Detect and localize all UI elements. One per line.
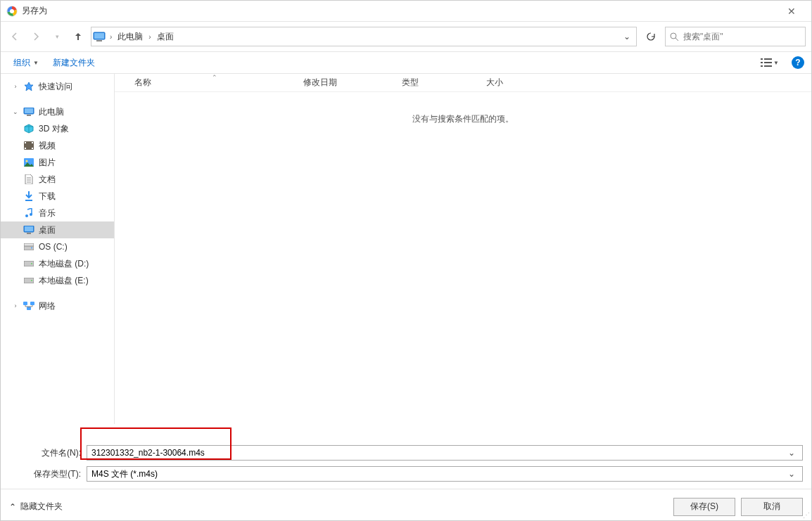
drive-icon: [23, 275, 34, 286]
sidebar-item-label: 此电脑: [39, 106, 64, 118]
recent-dropdown[interactable]: ▾: [49, 28, 65, 45]
cancel-button[interactable]: 取消: [741, 498, 803, 516]
drive-icon: [23, 258, 34, 269]
view-options[interactable]: ▼: [758, 55, 782, 70]
sidebar-item-documents[interactable]: 文档: [1, 171, 114, 188]
svg-rect-15: [27, 115, 31, 116]
svg-point-36: [31, 263, 32, 264]
svg-point-28: [30, 213, 32, 216]
svg-point-22: [26, 160, 28, 162]
svg-rect-19: [32, 142, 33, 143]
document-icon: [23, 174, 34, 185]
breadcrumb-sep: ›: [108, 33, 113, 41]
sidebar-item-desktop[interactable]: 桌面: [1, 221, 114, 238]
sidebar-item-label: 文档: [39, 174, 56, 186]
svg-rect-39: [23, 302, 27, 305]
svg-point-27: [25, 214, 28, 217]
column-name[interactable]: 名称: [115, 77, 295, 89]
sidebar-item-label: 快速访问: [39, 81, 72, 93]
sidebar-item-downloads[interactable]: 下载: [1, 188, 114, 205]
svg-rect-9: [761, 62, 763, 63]
svg-rect-11: [761, 65, 763, 67]
expand-icon: ⌄: [12, 108, 19, 115]
sidebar-item-drive-d[interactable]: 本地磁盘 (D:): [1, 255, 114, 272]
save-button[interactable]: 保存(S): [673, 498, 735, 516]
svg-rect-4: [96, 40, 102, 41]
filename-input-wrap[interactable]: ⌄: [87, 445, 803, 461]
drive-icon: [23, 241, 34, 252]
svg-rect-12: [764, 65, 772, 67]
forward-button[interactable]: [27, 28, 44, 45]
sidebar-quick-access[interactable]: › 快速访问: [1, 78, 114, 95]
column-type[interactable]: 类型: [393, 77, 478, 89]
cube-icon: [23, 123, 34, 134]
svg-rect-40: [30, 302, 34, 305]
sidebar-item-label: 本地磁盘 (E:): [39, 275, 89, 287]
svg-rect-8: [764, 58, 772, 60]
svg-rect-14: [25, 108, 33, 113]
sidebar-item-label: 图片: [39, 157, 56, 169]
sidebar-item-pictures[interactable]: 图片: [1, 154, 114, 171]
sort-indicator-icon: ⌃: [212, 74, 217, 81]
new-folder-label: 新建文件夹: [53, 57, 95, 69]
svg-point-38: [31, 280, 32, 281]
sidebar-item-videos[interactable]: 视频: [1, 137, 114, 154]
svg-rect-17: [25, 142, 26, 143]
column-date[interactable]: 修改日期: [295, 77, 393, 89]
svg-rect-7: [761, 58, 763, 60]
sidebar-item-drive-e[interactable]: 本地磁盘 (E:): [1, 272, 114, 289]
sidebar-network[interactable]: › 网络: [1, 297, 114, 314]
search-input[interactable]: [683, 32, 801, 41]
search-icon: [670, 32, 679, 41]
breadcrumb-root[interactable]: 此电脑: [116, 31, 144, 43]
address-dropdown[interactable]: ⌄: [619, 32, 635, 41]
new-folder-button[interactable]: 新建文件夹: [47, 54, 101, 72]
column-size[interactable]: 大小: [478, 77, 534, 89]
download-icon: [23, 191, 34, 202]
network-icon: [23, 300, 34, 311]
filetype-dropdown[interactable]: ⌄: [785, 469, 798, 479]
sidebar-item-music[interactable]: 音乐: [1, 205, 114, 221]
filetype-select[interactable]: M4S 文件 (*.m4s) ⌄: [87, 466, 803, 482]
sidebar: › 快速访问 ⌄ 此电脑 3D 对象 视频 图片 文档 下载 音乐 桌面 OS …: [1, 74, 115, 424]
breadcrumb-path[interactable]: 桌面: [156, 31, 175, 43]
sidebar-item-drive-c[interactable]: OS (C:): [1, 238, 114, 255]
filename-label: 文件名(N):: [9, 447, 87, 459]
filetype-label: 保存类型(T):: [9, 468, 87, 480]
up-button[interactable]: [70, 28, 87, 45]
navbar: ▾ › 此电脑 › 桌面 ⌄: [1, 22, 811, 51]
filename-dropdown[interactable]: ⌄: [785, 448, 798, 458]
filename-input[interactable]: [91, 448, 785, 458]
app-icon: [6, 6, 18, 17]
svg-point-34: [31, 247, 32, 249]
expand-icon: ›: [12, 83, 19, 90]
bottom-fields: 文件名(N): ⌄ 保存类型(T): M4S 文件 (*.m4s) ⌄: [1, 424, 811, 482]
sidebar-item-label: 视频: [39, 140, 56, 152]
footer: ⌃ 隐藏文件夹 保存(S) 取消: [1, 489, 811, 521]
picture-icon: [23, 157, 34, 168]
svg-rect-20: [32, 148, 33, 149]
back-button[interactable]: [6, 28, 23, 45]
refresh-button[interactable]: [641, 27, 661, 46]
hide-folders-toggle[interactable]: ⌃ 隐藏文件夹: [9, 501, 63, 513]
svg-rect-10: [764, 62, 772, 63]
address-bar[interactable]: › 此电脑 › 桌面 ⌄: [91, 27, 637, 46]
resize-grip[interactable]: ⋰: [803, 511, 810, 519]
search-box[interactable]: [665, 27, 806, 46]
sidebar-item-label: 下载: [39, 191, 56, 202]
svg-point-1: [10, 9, 14, 13]
sidebar-item-label: 桌面: [39, 224, 56, 236]
svg-rect-18: [25, 148, 26, 149]
help-button[interactable]: ?: [792, 56, 804, 69]
svg-rect-3: [94, 33, 104, 39]
filetype-value: M4S 文件 (*.m4s): [91, 468, 785, 480]
sidebar-item-label: 3D 对象: [39, 123, 69, 135]
sidebar-item-label: OS (C:): [39, 242, 68, 252]
organize-menu[interactable]: 组织 ▼: [8, 54, 44, 72]
sidebar-item-3d[interactable]: 3D 对象: [1, 120, 114, 137]
sidebar-this-pc[interactable]: ⌄ 此电脑: [1, 103, 114, 120]
close-button[interactable]: ✕: [778, 6, 806, 17]
empty-message: 没有与搜索条件匹配的项。: [115, 113, 811, 125]
file-list-area: 名称 修改日期 类型 大小 没有与搜索条件匹配的项。: [115, 74, 811, 424]
pc-icon: [23, 106, 34, 117]
